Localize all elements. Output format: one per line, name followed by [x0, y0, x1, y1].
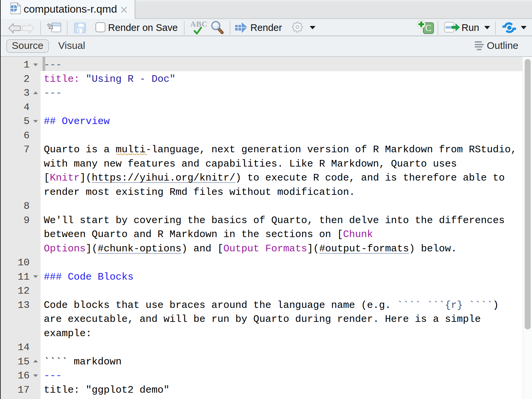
svg-text:C: C: [425, 23, 431, 33]
